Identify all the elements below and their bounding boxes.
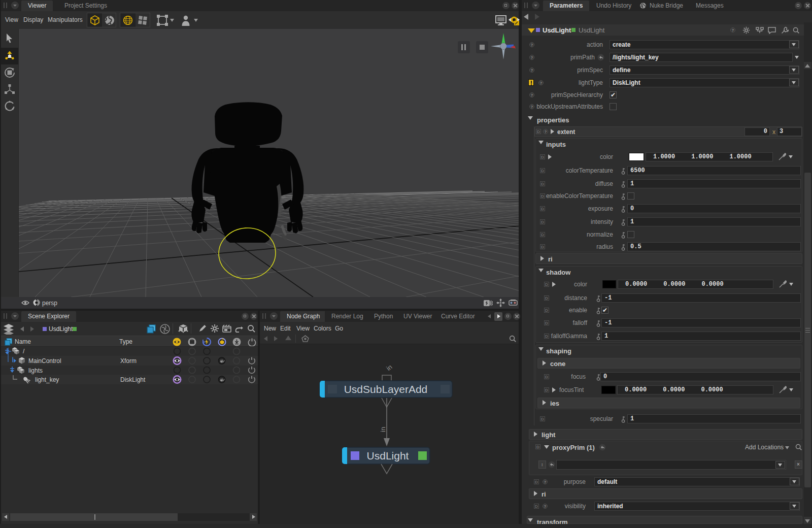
svg-text:in: in	[385, 363, 393, 372]
svg-text:light_key: light_key	[35, 376, 59, 383]
svg-text:UsdSubLayerAdd: UsdSubLayerAdd	[344, 383, 428, 395]
svg-text:/: /	[23, 348, 25, 355]
svg-text:MainControl: MainControl	[28, 357, 61, 365]
svg-text:UsdLight: UsdLight	[367, 450, 409, 461]
svg-text:DiskLight: DiskLight	[120, 376, 146, 383]
svg-text:lights: lights	[28, 367, 43, 374]
svg-text:in: in	[379, 427, 387, 432]
svg-text:Xform: Xform	[120, 357, 137, 365]
